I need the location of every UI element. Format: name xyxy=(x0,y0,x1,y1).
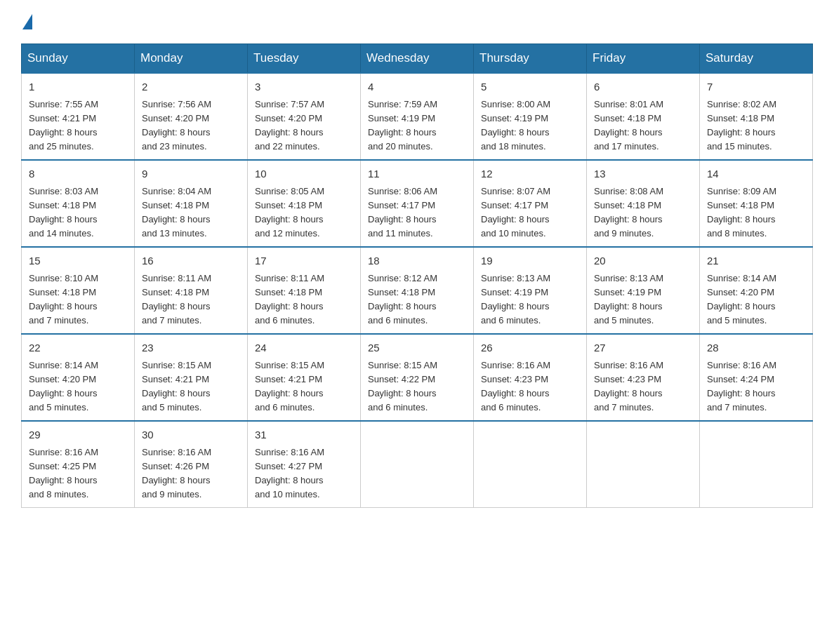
calendar-week-row: 22 Sunrise: 8:14 AMSunset: 4:20 PMDaylig… xyxy=(22,334,813,421)
calendar-cell: 17 Sunrise: 8:11 AMSunset: 4:18 PMDaylig… xyxy=(248,247,361,334)
day-info: Sunrise: 8:00 AMSunset: 4:19 PMDaylight:… xyxy=(481,99,550,152)
calendar-cell: 7 Sunrise: 8:02 AMSunset: 4:18 PMDayligh… xyxy=(700,73,813,160)
day-number: 28 xyxy=(707,340,805,356)
day-number: 26 xyxy=(481,340,579,356)
calendar-header-row: SundayMondayTuesdayWednesdayThursdayFrid… xyxy=(22,44,813,74)
calendar-cell: 8 Sunrise: 8:03 AMSunset: 4:18 PMDayligh… xyxy=(22,160,135,247)
day-number: 6 xyxy=(594,79,692,95)
day-info: Sunrise: 8:01 AMSunset: 4:18 PMDaylight:… xyxy=(594,99,663,152)
calendar-cell: 10 Sunrise: 8:05 AMSunset: 4:18 PMDaylig… xyxy=(248,160,361,247)
day-info: Sunrise: 8:15 AMSunset: 4:21 PMDaylight:… xyxy=(142,360,211,412)
day-info: Sunrise: 8:06 AMSunset: 4:17 PMDaylight:… xyxy=(368,186,437,239)
calendar-cell xyxy=(474,421,587,508)
calendar-cell: 13 Sunrise: 8:08 AMSunset: 4:18 PMDaylig… xyxy=(587,160,700,247)
day-number: 8 xyxy=(29,166,127,182)
day-info: Sunrise: 8:16 AMSunset: 4:24 PMDaylight:… xyxy=(707,360,776,412)
day-number: 5 xyxy=(481,79,579,95)
calendar-cell: 3 Sunrise: 7:57 AMSunset: 4:20 PMDayligh… xyxy=(248,73,361,160)
calendar-week-row: 8 Sunrise: 8:03 AMSunset: 4:18 PMDayligh… xyxy=(22,160,813,247)
day-info: Sunrise: 8:16 AMSunset: 4:23 PMDaylight:… xyxy=(481,360,550,412)
calendar-week-row: 1 Sunrise: 7:55 AMSunset: 4:21 PMDayligh… xyxy=(22,73,813,160)
day-info: Sunrise: 8:05 AMSunset: 4:18 PMDaylight:… xyxy=(255,186,324,239)
weekday-header-sunday: Sunday xyxy=(22,44,135,74)
calendar-table: SundayMondayTuesdayWednesdayThursdayFrid… xyxy=(21,43,813,508)
calendar-cell: 27 Sunrise: 8:16 AMSunset: 4:23 PMDaylig… xyxy=(587,334,700,421)
day-number: 11 xyxy=(368,166,466,182)
day-number: 7 xyxy=(707,79,805,95)
weekday-header-friday: Friday xyxy=(587,44,700,74)
day-number: 13 xyxy=(594,166,692,182)
day-number: 14 xyxy=(707,166,805,182)
day-number: 9 xyxy=(142,166,240,182)
day-info: Sunrise: 8:16 AMSunset: 4:25 PMDaylight:… xyxy=(29,447,98,499)
day-info: Sunrise: 8:13 AMSunset: 4:19 PMDaylight:… xyxy=(594,273,663,326)
weekday-header-saturday: Saturday xyxy=(700,44,813,74)
weekday-header-tuesday: Tuesday xyxy=(248,44,361,74)
weekday-header-thursday: Thursday xyxy=(474,44,587,74)
day-number: 17 xyxy=(255,253,353,269)
calendar-cell: 4 Sunrise: 7:59 AMSunset: 4:19 PMDayligh… xyxy=(361,73,474,160)
day-info: Sunrise: 8:14 AMSunset: 4:20 PMDaylight:… xyxy=(707,273,776,326)
day-number: 23 xyxy=(142,340,240,356)
day-number: 18 xyxy=(368,253,466,269)
calendar-cell: 9 Sunrise: 8:04 AMSunset: 4:18 PMDayligh… xyxy=(135,160,248,247)
calendar-cell: 2 Sunrise: 7:56 AMSunset: 4:20 PMDayligh… xyxy=(135,73,248,160)
calendar-week-row: 15 Sunrise: 8:10 AMSunset: 4:18 PMDaylig… xyxy=(22,247,813,334)
day-number: 2 xyxy=(142,79,240,95)
logo-triangle-icon xyxy=(22,14,32,29)
calendar-cell: 19 Sunrise: 8:13 AMSunset: 4:19 PMDaylig… xyxy=(474,247,587,334)
day-number: 24 xyxy=(255,340,353,356)
calendar-cell: 20 Sunrise: 8:13 AMSunset: 4:19 PMDaylig… xyxy=(587,247,700,334)
day-info: Sunrise: 8:02 AMSunset: 4:18 PMDaylight:… xyxy=(707,99,776,152)
calendar-cell: 31 Sunrise: 8:16 AMSunset: 4:27 PMDaylig… xyxy=(248,421,361,508)
page-header xyxy=(21,14,813,29)
calendar-week-row: 29 Sunrise: 8:16 AMSunset: 4:25 PMDaylig… xyxy=(22,421,813,508)
day-info: Sunrise: 8:11 AMSunset: 4:18 PMDaylight:… xyxy=(255,273,324,326)
day-number: 22 xyxy=(29,340,127,356)
day-info: Sunrise: 8:13 AMSunset: 4:19 PMDaylight:… xyxy=(481,273,550,326)
calendar-cell: 15 Sunrise: 8:10 AMSunset: 4:18 PMDaylig… xyxy=(22,247,135,334)
day-info: Sunrise: 8:09 AMSunset: 4:18 PMDaylight:… xyxy=(707,186,776,239)
day-info: Sunrise: 8:03 AMSunset: 4:18 PMDaylight:… xyxy=(29,186,98,239)
calendar-cell xyxy=(587,421,700,508)
day-number: 29 xyxy=(29,427,127,443)
day-info: Sunrise: 8:12 AMSunset: 4:18 PMDaylight:… xyxy=(368,273,437,326)
calendar-cell: 12 Sunrise: 8:07 AMSunset: 4:17 PMDaylig… xyxy=(474,160,587,247)
calendar-cell: 21 Sunrise: 8:14 AMSunset: 4:20 PMDaylig… xyxy=(700,247,813,334)
calendar-cell: 29 Sunrise: 8:16 AMSunset: 4:25 PMDaylig… xyxy=(22,421,135,508)
day-number: 4 xyxy=(368,79,466,95)
day-info: Sunrise: 7:55 AMSunset: 4:21 PMDaylight:… xyxy=(29,99,98,152)
day-info: Sunrise: 8:08 AMSunset: 4:18 PMDaylight:… xyxy=(594,186,663,239)
day-number: 10 xyxy=(255,166,353,182)
day-info: Sunrise: 8:16 AMSunset: 4:23 PMDaylight:… xyxy=(594,360,663,412)
day-info: Sunrise: 8:04 AMSunset: 4:18 PMDaylight:… xyxy=(142,186,211,239)
day-number: 15 xyxy=(29,253,127,269)
day-info: Sunrise: 8:11 AMSunset: 4:18 PMDaylight:… xyxy=(142,273,211,326)
day-info: Sunrise: 8:16 AMSunset: 4:27 PMDaylight:… xyxy=(255,447,324,499)
calendar-cell: 22 Sunrise: 8:14 AMSunset: 4:20 PMDaylig… xyxy=(22,334,135,421)
calendar-cell: 24 Sunrise: 8:15 AMSunset: 4:21 PMDaylig… xyxy=(248,334,361,421)
calendar-cell: 14 Sunrise: 8:09 AMSunset: 4:18 PMDaylig… xyxy=(700,160,813,247)
day-info: Sunrise: 8:15 AMSunset: 4:21 PMDaylight:… xyxy=(255,360,324,412)
weekday-header-wednesday: Wednesday xyxy=(361,44,474,74)
day-number: 3 xyxy=(255,79,353,95)
calendar-cell: 28 Sunrise: 8:16 AMSunset: 4:24 PMDaylig… xyxy=(700,334,813,421)
calendar-cell: 1 Sunrise: 7:55 AMSunset: 4:21 PMDayligh… xyxy=(22,73,135,160)
calendar-cell: 30 Sunrise: 8:16 AMSunset: 4:26 PMDaylig… xyxy=(135,421,248,508)
day-info: Sunrise: 8:16 AMSunset: 4:26 PMDaylight:… xyxy=(142,447,211,499)
day-info: Sunrise: 8:10 AMSunset: 4:18 PMDaylight:… xyxy=(29,273,98,326)
day-number: 16 xyxy=(142,253,240,269)
weekday-header-monday: Monday xyxy=(135,44,248,74)
calendar-cell xyxy=(700,421,813,508)
day-number: 19 xyxy=(481,253,579,269)
day-number: 31 xyxy=(255,427,353,443)
day-info: Sunrise: 7:56 AMSunset: 4:20 PMDaylight:… xyxy=(142,99,211,152)
calendar-cell: 6 Sunrise: 8:01 AMSunset: 4:18 PMDayligh… xyxy=(587,73,700,160)
calendar-cell: 25 Sunrise: 8:15 AMSunset: 4:22 PMDaylig… xyxy=(361,334,474,421)
day-number: 1 xyxy=(29,79,127,95)
calendar-cell: 11 Sunrise: 8:06 AMSunset: 4:17 PMDaylig… xyxy=(361,160,474,247)
day-number: 30 xyxy=(142,427,240,443)
calendar-cell: 26 Sunrise: 8:16 AMSunset: 4:23 PMDaylig… xyxy=(474,334,587,421)
day-info: Sunrise: 8:14 AMSunset: 4:20 PMDaylight:… xyxy=(29,360,98,412)
day-info: Sunrise: 8:07 AMSunset: 4:17 PMDaylight:… xyxy=(481,186,550,239)
